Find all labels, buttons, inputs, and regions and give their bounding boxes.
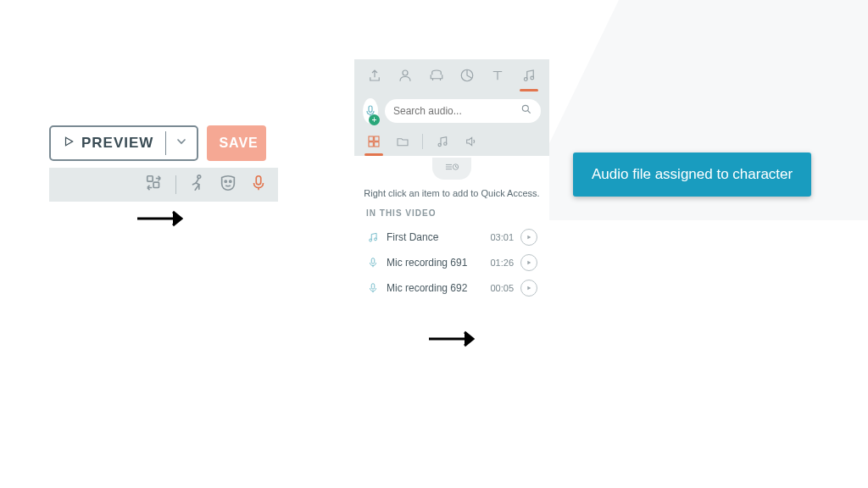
play-button[interactable] bbox=[520, 229, 537, 246]
svg-point-24 bbox=[374, 238, 376, 241]
hint-text: Right click an item to add to Quick Acce… bbox=[354, 185, 549, 208]
quick-access-handle[interactable] bbox=[354, 156, 549, 185]
save-label: SAVE bbox=[219, 136, 258, 151]
item-duration: 00:05 bbox=[483, 283, 514, 293]
top-tab-bar bbox=[354, 59, 549, 92]
preview-dropdown[interactable] bbox=[166, 135, 197, 152]
svg-rect-16 bbox=[375, 142, 379, 147]
svg-point-3 bbox=[225, 180, 226, 182]
arrow-icon bbox=[427, 329, 475, 352]
divider bbox=[175, 175, 176, 194]
svg-rect-25 bbox=[371, 258, 375, 263]
person-tab[interactable] bbox=[394, 59, 416, 92]
button-row: PREVIEW SAVE bbox=[49, 125, 278, 161]
filter-divider bbox=[422, 134, 423, 149]
microphone-icon[interactable] bbox=[249, 174, 268, 196]
chevron-down-icon bbox=[175, 135, 188, 152]
svg-point-4 bbox=[230, 180, 231, 182]
item-name: First Dance bbox=[387, 231, 476, 243]
microphone-icon bbox=[366, 256, 380, 269]
svg-rect-13 bbox=[369, 136, 373, 141]
list-item[interactable]: Mic recording 692 00:05 bbox=[363, 275, 541, 301]
svg-point-2 bbox=[198, 175, 201, 179]
svg-point-17 bbox=[438, 143, 441, 146]
play-icon bbox=[63, 136, 75, 151]
play-button[interactable] bbox=[520, 254, 537, 271]
preview-button[interactable]: PREVIEW bbox=[49, 125, 198, 161]
svg-rect-5 bbox=[256, 176, 261, 185]
chart-tab[interactable] bbox=[456, 59, 478, 92]
microphone-icon bbox=[366, 281, 380, 295]
audio-panel: + Right click an item to add to Quick Ac… bbox=[354, 59, 549, 301]
quick-access-icon bbox=[444, 161, 459, 176]
music-icon bbox=[366, 230, 380, 244]
section-header: IN THIS VIDEO bbox=[354, 208, 549, 225]
svg-point-18 bbox=[444, 142, 447, 145]
list-item[interactable]: Mic recording 691 01:26 bbox=[363, 250, 541, 275]
sound-filter[interactable] bbox=[462, 129, 481, 154]
search-icon bbox=[520, 103, 532, 119]
grid-filter[interactable] bbox=[364, 129, 383, 154]
toolbar-panel: PREVIEW SAVE bbox=[49, 125, 278, 193]
svg-point-9 bbox=[524, 78, 527, 81]
item-name: Mic recording 692 bbox=[387, 282, 476, 294]
svg-rect-14 bbox=[375, 136, 379, 141]
mask-icon[interactable] bbox=[219, 174, 237, 196]
item-duration: 03:01 bbox=[483, 232, 514, 242]
toast-notification: Audio file assigned to character bbox=[573, 152, 811, 197]
furniture-tab[interactable] bbox=[426, 59, 448, 92]
toast-message: Audio file assigned to character bbox=[592, 166, 793, 182]
svg-point-7 bbox=[403, 70, 408, 75]
save-button[interactable]: SAVE bbox=[207, 125, 266, 161]
svg-point-12 bbox=[522, 105, 528, 111]
svg-rect-11 bbox=[369, 106, 372, 112]
svg-rect-1 bbox=[153, 182, 159, 187]
search-input[interactable] bbox=[393, 105, 520, 117]
action-icon-bar bbox=[49, 168, 278, 202]
audio-tab[interactable] bbox=[518, 59, 540, 92]
text-tab[interactable] bbox=[487, 59, 509, 92]
record-button[interactable]: + bbox=[363, 98, 378, 124]
search-box[interactable] bbox=[385, 99, 541, 123]
run-icon[interactable] bbox=[188, 174, 207, 196]
play-button[interactable] bbox=[520, 280, 537, 297]
audio-list: First Dance 03:01 Mic recording 691 01:2… bbox=[354, 225, 549, 301]
swap-icon[interactable] bbox=[145, 174, 164, 196]
filter-row bbox=[354, 127, 549, 156]
svg-rect-26 bbox=[371, 284, 375, 289]
arrow-icon bbox=[136, 208, 183, 232]
svg-point-23 bbox=[370, 239, 372, 241]
svg-rect-15 bbox=[369, 142, 373, 147]
preview-button-main[interactable]: PREVIEW bbox=[51, 127, 165, 159]
upload-tab[interactable] bbox=[364, 59, 386, 92]
svg-rect-0 bbox=[147, 176, 153, 181]
item-name: Mic recording 691 bbox=[387, 257, 476, 269]
folder-filter[interactable] bbox=[393, 129, 412, 154]
svg-point-10 bbox=[531, 76, 534, 80]
preview-label: PREVIEW bbox=[81, 135, 153, 152]
search-row: + bbox=[354, 92, 549, 127]
music-filter[interactable] bbox=[433, 129, 452, 154]
item-duration: 01:26 bbox=[483, 258, 514, 268]
plus-badge: + bbox=[369, 114, 380, 125]
list-item[interactable]: First Dance 03:01 bbox=[363, 225, 541, 250]
